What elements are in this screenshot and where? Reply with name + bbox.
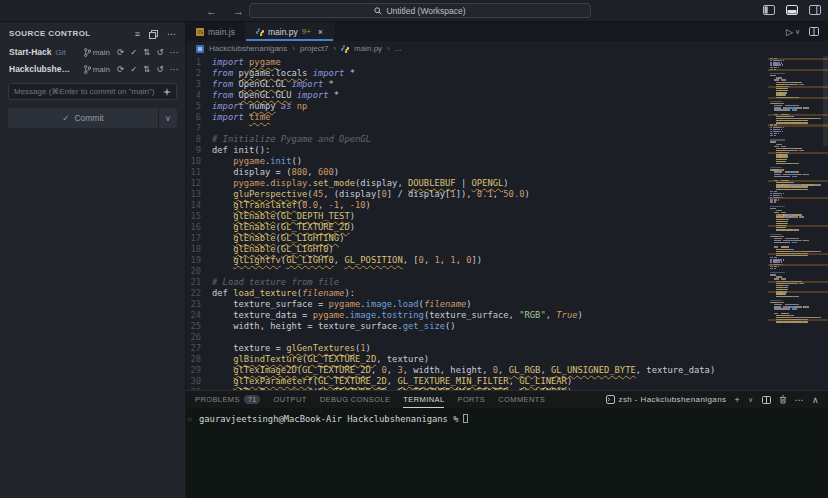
code-line[interactable]: 5import numpy as np xyxy=(186,101,768,112)
more-actions-icon[interactable]: ⋯ xyxy=(167,29,176,39)
repo-more-icon[interactable]: ⋯ xyxy=(170,64,179,74)
code-line[interactable]: 15 glEnable(GL_DEPTH_TEST) xyxy=(186,211,768,222)
code-line[interactable]: 26 xyxy=(186,332,768,343)
toggle-secondary-sidebar-icon[interactable] xyxy=(809,5,821,15)
code-line[interactable]: 27 texture = glGenTextures(1) xyxy=(186,343,768,354)
code-line[interactable]: 23 texture_surface = pygame.image.load(f… xyxy=(186,299,768,310)
branch-compare-icon[interactable]: ⇅ xyxy=(143,64,150,74)
editor-scrollbar[interactable] xyxy=(823,56,828,146)
code-line[interactable]: 9def init(): xyxy=(186,145,768,156)
commit-check-icon[interactable]: ✓ xyxy=(130,47,137,57)
repo-name: Hackclubshena... xyxy=(9,64,71,74)
check-icon: ✓ xyxy=(62,113,69,123)
code-line[interactable]: 16 glEnable(GL_TEXTURE_2D) xyxy=(186,222,768,233)
terminal-profile-dropdown-icon[interactable]: ∨ xyxy=(748,396,754,404)
line-number: 20 xyxy=(186,266,212,277)
code-editor[interactable]: 1import pygame2from pygame.locals import… xyxy=(186,56,828,390)
code-line[interactable]: 28 glBindTexture(GL_TEXTURE_2D, texture) xyxy=(186,354,768,365)
terminal-instance-label[interactable]: zsh - Hackclubshenanigans xyxy=(606,395,727,404)
split-editor-icon[interactable] xyxy=(809,27,819,36)
code-line[interactable]: 1import pygame xyxy=(186,57,768,68)
line-number: 12 xyxy=(186,178,212,189)
code-lines[interactable]: 1import pygame2from pygame.locals import… xyxy=(186,56,768,390)
minimap[interactable] xyxy=(768,56,828,390)
sync-changes-icon[interactable]: ⟳ xyxy=(117,64,124,74)
code-line[interactable]: 17 glEnable(GL_LIGHTING) xyxy=(186,233,768,244)
refresh-icon[interactable]: ↺ xyxy=(156,47,163,57)
panel-tab-debug-console[interactable]: DEBUG CONSOLE xyxy=(320,391,391,408)
panel-tab-terminal[interactable]: TERMINAL xyxy=(403,391,444,408)
code-line[interactable]: 14 glTranslatef(0.0, -1, -10) xyxy=(186,200,768,211)
code-line[interactable]: 7 xyxy=(186,123,768,134)
repo-row-start-hack[interactable]: Start-Hack Git main ⟳ ✓ ⇅ ↺ xyxy=(0,45,185,59)
line-number: 7 xyxy=(186,123,212,134)
sidebar-title: SOURCE CONTROL xyxy=(9,29,135,38)
code-line[interactable]: 30 glTexParameterf(GL_TEXTURE_2D, GL_TEX… xyxy=(186,376,768,387)
refresh-icon[interactable]: ↺ xyxy=(156,64,163,74)
repo-more-icon[interactable]: ⋯ xyxy=(170,47,179,57)
commit-check-icon[interactable]: ✓ xyxy=(130,64,137,74)
line-number: 1 xyxy=(186,57,212,68)
code-line[interactable]: 31 glTexParameterf(GL_TEXTURE_2D, GL_TEX… xyxy=(186,387,768,390)
panel-tab-ports[interactable]: PORTS xyxy=(457,391,485,408)
code-line[interactable]: 3from OpenGL.GL import * xyxy=(186,79,768,90)
repositories-icon[interactable] xyxy=(149,30,158,39)
git-branch-icon xyxy=(84,48,91,57)
line-number: 3 xyxy=(186,79,212,90)
run-file-button[interactable]: ▷ xyxy=(786,27,793,37)
repo-row-hackclubshenanigans[interactable]: Hackclubshena... main ⟳ ✓ ⇅ ↺ xyxy=(0,62,185,76)
breadcrumb-item-workspace[interactable]: Hackclubshenanigans xyxy=(209,44,287,53)
close-tab-icon[interactable]: × xyxy=(318,27,323,37)
code-line[interactable]: 25 width, height = texture_surface.get_s… xyxy=(186,321,768,332)
code-line[interactable]: 24 texture_data = pygame.image.tostring(… xyxy=(186,310,768,321)
source-control-sidebar: SOURCE CONTROL ≡ ⋯ Start-Hack Git xyxy=(0,22,186,498)
breadcrumb-item-folder[interactable]: project7 xyxy=(300,44,328,53)
panel-tab-problems[interactable]: PROBLEMS 71 xyxy=(195,391,260,408)
code-line[interactable]: 29 glTexImage2D(GL_TEXTURE_2D, 0, 3, wid… xyxy=(186,365,768,376)
sync-changes-icon[interactable]: ⟳ xyxy=(117,47,124,57)
command-decoration-icon[interactable]: ○ xyxy=(188,415,192,422)
panel-tab-comments[interactable]: COMMENTS xyxy=(498,391,545,408)
panel-more-icon[interactable]: ⋯ xyxy=(795,395,804,405)
commit-message-input[interactable] xyxy=(14,87,163,96)
code-line[interactable]: 21# Load texture from file xyxy=(186,277,768,288)
code-line[interactable]: 8# Initialize Pygame and OpenGL xyxy=(186,134,768,145)
breadcrumb-item-symbol[interactable]: ... xyxy=(395,44,402,53)
commit-dropdown-button[interactable]: ∨ xyxy=(159,108,177,128)
split-terminal-icon[interactable] xyxy=(762,396,771,404)
sparkle-icon[interactable] xyxy=(163,88,171,96)
new-terminal-icon[interactable]: + xyxy=(734,395,740,405)
line-number: 29 xyxy=(186,365,212,376)
tab-main-py[interactable]: main.py 9+ × xyxy=(246,22,334,41)
toggle-panel-icon[interactable] xyxy=(786,5,798,15)
breadcrumb-item-file[interactable]: main.py xyxy=(354,44,382,53)
code-line[interactable]: 22def load_texture(filename): xyxy=(186,288,768,299)
view-and-sort-icon[interactable]: ≡ xyxy=(135,29,140,39)
tab-label: main.py xyxy=(268,27,298,37)
terminal-area[interactable]: ○ gauravjeetsingh@MacBook-Air Hackclubsh… xyxy=(186,408,828,498)
code-line[interactable]: 11 display = (800, 600) xyxy=(186,167,768,178)
panel-tab-output[interactable]: OUTPUT xyxy=(273,391,306,408)
kill-terminal-trash-icon[interactable] xyxy=(779,395,787,404)
nav-back-button[interactable]: ← xyxy=(206,5,217,17)
run-dropdown-icon[interactable]: ∨ xyxy=(795,28,800,36)
commit-message-box xyxy=(8,83,177,100)
git-branch-icon xyxy=(84,65,91,74)
code-line[interactable]: 2from pygame.locals import * xyxy=(186,68,768,79)
code-line[interactable]: 10 pygame.init() xyxy=(186,156,768,167)
code-line[interactable]: 6import time xyxy=(186,112,768,123)
maximize-panel-icon[interactable]: ∧ xyxy=(812,395,819,405)
tab-main-js[interactable]: JS main.js xyxy=(186,22,246,41)
code-line[interactable]: 12 pygame.display.set_mode(display, DOUB… xyxy=(186,178,768,189)
python-file-icon xyxy=(256,28,264,36)
code-line[interactable]: 18 glEnable(GL_LIGHT0) xyxy=(186,244,768,255)
toggle-sidebar-icon[interactable] xyxy=(763,5,775,15)
code-line[interactable]: 13 gluPerspective(45, (display[0] / disp… xyxy=(186,189,768,200)
code-line[interactable]: 20 xyxy=(186,266,768,277)
nav-forward-button[interactable]: → xyxy=(233,5,244,17)
code-line[interactable]: 4from OpenGL.GLU import * xyxy=(186,90,768,101)
code-line[interactable]: 19 glLightfv(GL_LIGHT0, GL_POSITION, [0,… xyxy=(186,255,768,266)
commit-button[interactable]: ✓ Commit ∨ xyxy=(8,108,177,128)
command-center-search[interactable]: Untitled (Workspace) xyxy=(249,3,591,18)
branch-compare-icon[interactable]: ⇅ xyxy=(143,47,150,57)
